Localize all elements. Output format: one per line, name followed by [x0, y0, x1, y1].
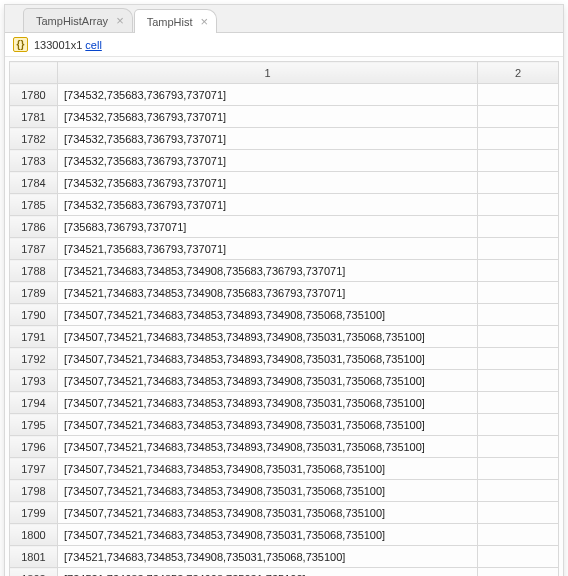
cell[interactable] — [478, 84, 559, 106]
row-header[interactable]: 1783 — [10, 150, 58, 172]
close-icon[interactable]: × — [201, 15, 209, 28]
cell[interactable] — [478, 546, 559, 568]
table-row: 1792[734507,734521,734683,734853,734893,… — [10, 348, 559, 370]
cell[interactable] — [478, 238, 559, 260]
cell[interactable] — [478, 194, 559, 216]
table-row: 1787[734521,735683,736793,737071] — [10, 238, 559, 260]
cell[interactable] — [478, 414, 559, 436]
row-header[interactable]: 1782 — [10, 128, 58, 150]
table-row: 1788[734521,734683,734853,734908,735683,… — [10, 260, 559, 282]
row-header[interactable]: 1801 — [10, 546, 58, 568]
cell[interactable]: [734532,735683,736793,737071] — [58, 106, 478, 128]
table-row: 1797[734507,734521,734683,734853,734908,… — [10, 458, 559, 480]
cell[interactable] — [478, 392, 559, 414]
cell[interactable] — [478, 436, 559, 458]
cell[interactable] — [478, 370, 559, 392]
cell[interactable] — [478, 568, 559, 577]
variable-type-link[interactable]: cell — [85, 39, 102, 51]
cell[interactable]: [734507,734521,734683,734853,734893,7349… — [58, 304, 478, 326]
variable-editor-window: TampHistArray × TampHist × {} 133001x1 c… — [4, 4, 564, 576]
data-grid[interactable]: 1 2 1780[734532,735683,736793,737071]178… — [9, 61, 559, 576]
cell[interactable]: [735683,736793,737071] — [58, 216, 478, 238]
table-row: 1782[734532,735683,736793,737071] — [10, 128, 559, 150]
cell[interactable]: [734521,734683,734853,734908,735683,7367… — [58, 282, 478, 304]
cell[interactable] — [478, 458, 559, 480]
cell[interactable] — [478, 480, 559, 502]
row-header[interactable]: 1786 — [10, 216, 58, 238]
cell[interactable]: [734521,734683,734853,734908,735683,7367… — [58, 260, 478, 282]
tab-label: TampHistArray — [36, 15, 108, 27]
cell[interactable]: [734532,735683,736793,737071] — [58, 150, 478, 172]
row-header[interactable]: 1788 — [10, 260, 58, 282]
row-header[interactable]: 1791 — [10, 326, 58, 348]
table-row: 1802[734521,734683,734853,734908,735031,… — [10, 568, 559, 577]
column-header-1[interactable]: 1 — [58, 62, 478, 84]
cell[interactable]: [734521,735683,736793,737071] — [58, 238, 478, 260]
row-header[interactable]: 1794 — [10, 392, 58, 414]
cell[interactable]: [734507,734521,734683,734853,734893,7349… — [58, 392, 478, 414]
cell[interactable] — [478, 106, 559, 128]
tab-tamphist[interactable]: TampHist × — [134, 9, 217, 33]
table-row: 1799[734507,734521,734683,734853,734908,… — [10, 502, 559, 524]
table-row: 1795[734507,734521,734683,734853,734893,… — [10, 414, 559, 436]
table-row: 1798[734507,734521,734683,734853,734908,… — [10, 480, 559, 502]
table-row: 1783[734532,735683,736793,737071] — [10, 150, 559, 172]
cell[interactable] — [478, 502, 559, 524]
column-header-2[interactable]: 2 — [478, 62, 559, 84]
row-header[interactable]: 1784 — [10, 172, 58, 194]
cell[interactable] — [478, 304, 559, 326]
row-header[interactable]: 1802 — [10, 568, 58, 577]
table-row: 1789[734521,734683,734853,734908,735683,… — [10, 282, 559, 304]
cell[interactable] — [478, 172, 559, 194]
cell[interactable]: [734507,734521,734683,734853,734893,7349… — [58, 370, 478, 392]
row-header[interactable]: 1787 — [10, 238, 58, 260]
cell[interactable]: [734507,734521,734683,734853,734893,7349… — [58, 348, 478, 370]
row-header[interactable]: 1790 — [10, 304, 58, 326]
table-row: 1784[734532,735683,736793,737071] — [10, 172, 559, 194]
row-header[interactable]: 1798 — [10, 480, 58, 502]
cell[interactable]: [734521,734683,734853,734908,735031,7351… — [58, 568, 478, 577]
cell[interactable]: [734532,735683,736793,737071] — [58, 172, 478, 194]
grid-corner — [10, 62, 58, 84]
table-row: 1794[734507,734521,734683,734853,734893,… — [10, 392, 559, 414]
cell[interactable]: [734507,734521,734683,734853,734893,7349… — [58, 326, 478, 348]
tab-tamphistarray[interactable]: TampHistArray × — [23, 8, 133, 32]
variable-dimensions: 133001x1 — [34, 39, 82, 51]
cell[interactable]: [734507,734521,734683,734853,734908,7350… — [58, 502, 478, 524]
cell[interactable] — [478, 524, 559, 546]
row-header[interactable]: 1781 — [10, 106, 58, 128]
cell[interactable]: [734507,734521,734683,734853,734908,7350… — [58, 458, 478, 480]
cell[interactable]: [734532,735683,736793,737071] — [58, 194, 478, 216]
tab-label: TampHist — [147, 16, 193, 28]
row-header[interactable]: 1800 — [10, 524, 58, 546]
table-row: 1780[734532,735683,736793,737071] — [10, 84, 559, 106]
cell[interactable]: [734521,734683,734853,734908,735031,7350… — [58, 546, 478, 568]
table-row: 1786[735683,736793,737071] — [10, 216, 559, 238]
cell[interactable]: [734532,735683,736793,737071] — [58, 128, 478, 150]
cell[interactable]: [734507,734521,734683,734853,734893,7349… — [58, 414, 478, 436]
cell[interactable] — [478, 216, 559, 238]
cell[interactable] — [478, 150, 559, 172]
row-header[interactable]: 1797 — [10, 458, 58, 480]
table-row: 1793[734507,734521,734683,734853,734893,… — [10, 370, 559, 392]
variable-info-bar: {} 133001x1 cell — [5, 33, 563, 57]
cell[interactable]: [734532,735683,736793,737071] — [58, 84, 478, 106]
cell[interactable]: [734507,734521,734683,734853,734908,7350… — [58, 480, 478, 502]
row-header[interactable]: 1785 — [10, 194, 58, 216]
row-header[interactable]: 1792 — [10, 348, 58, 370]
cell[interactable]: [734507,734521,734683,734853,734893,7349… — [58, 436, 478, 458]
row-header[interactable]: 1789 — [10, 282, 58, 304]
cell[interactable] — [478, 326, 559, 348]
cell[interactable]: [734507,734521,734683,734853,734908,7350… — [58, 524, 478, 546]
row-header[interactable]: 1780 — [10, 84, 58, 106]
cell-array-icon: {} — [13, 37, 28, 52]
row-header[interactable]: 1799 — [10, 502, 58, 524]
cell[interactable] — [478, 348, 559, 370]
cell[interactable] — [478, 282, 559, 304]
row-header[interactable]: 1795 — [10, 414, 58, 436]
cell[interactable] — [478, 260, 559, 282]
close-icon[interactable]: × — [116, 14, 124, 27]
cell[interactable] — [478, 128, 559, 150]
row-header[interactable]: 1796 — [10, 436, 58, 458]
row-header[interactable]: 1793 — [10, 370, 58, 392]
